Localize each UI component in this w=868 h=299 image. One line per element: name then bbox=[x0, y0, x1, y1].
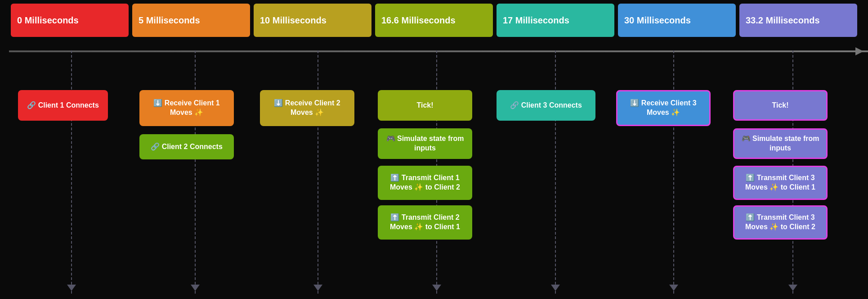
dashed-line-30 bbox=[673, 50, 674, 294]
receive-client3-moves-card: ⬇️ Receive Client 3 Moves ✨ bbox=[616, 90, 711, 126]
receive-client1-moves-card: ⬇️ Receive Client 1 Moves ✨ bbox=[139, 90, 234, 126]
receive-client2-moves-card: ⬇️ Receive Client 2 Moves ✨ bbox=[260, 90, 354, 126]
bottom-arrow-10 bbox=[313, 285, 322, 291]
dashed-line-0 bbox=[71, 50, 72, 294]
time-marker-5: 5 Milliseconds bbox=[132, 4, 250, 37]
timeline-axis bbox=[9, 50, 868, 52]
client2-connects-card: 🔗 Client 2 Connects bbox=[139, 134, 234, 159]
time-marker-0: 0 Milliseconds bbox=[11, 4, 129, 37]
simulate-state2-card: 🎮 Simulate state from inputs bbox=[733, 128, 828, 159]
tick2-card: Tick! bbox=[733, 90, 828, 121]
time-marker-10: 10 Milliseconds bbox=[254, 4, 371, 37]
dashed-line-10 bbox=[318, 50, 318, 294]
client1-connects-card: 🔗 Client 1 Connects bbox=[18, 90, 108, 121]
bottom-arrow-30 bbox=[669, 285, 678, 291]
tick1-card: Tick! bbox=[378, 90, 472, 121]
transmit-c3-to-c2-card: ⬆️ Transmit Client 3 Moves ✨ to Client 2 bbox=[733, 205, 828, 240]
time-marker-16: 16.6 Milliseconds bbox=[375, 4, 493, 37]
transmit-c1-to-c2-card: ⬆️ Transmit Client 1 Moves ✨ to Client 2 bbox=[378, 166, 472, 200]
time-marker-17: 17 Milliseconds bbox=[497, 4, 614, 37]
time-markers-row: 0 Milliseconds 5 Milliseconds 10 Millise… bbox=[9, 0, 859, 41]
bottom-arrow-33 bbox=[788, 285, 797, 291]
transmit-c3-to-c1-card: ⬆️ Transmit Client 3 Moves ✨ to Client 1 bbox=[733, 166, 828, 200]
timeline-container: 0 Milliseconds 5 Milliseconds 10 Millise… bbox=[0, 0, 868, 299]
client3-connects-card: 🔗 Client 3 Connects bbox=[497, 90, 595, 121]
bottom-arrow-16 bbox=[432, 285, 441, 291]
time-marker-30: 30 Milliseconds bbox=[618, 4, 736, 37]
simulate-state1-card: 🎮 Simulate state from inputs bbox=[378, 128, 472, 159]
bottom-arrow-5 bbox=[191, 285, 200, 291]
dashed-line-17 bbox=[555, 50, 556, 294]
bottom-arrow-0 bbox=[67, 285, 76, 291]
transmit-c2-to-c1-card: ⬆️ Transmit Client 2 Moves ✨ to Client 1 bbox=[378, 205, 472, 240]
time-marker-33: 33.2 Milliseconds bbox=[739, 4, 857, 37]
bottom-arrow-17 bbox=[551, 285, 560, 291]
dashed-line-5 bbox=[195, 50, 196, 294]
